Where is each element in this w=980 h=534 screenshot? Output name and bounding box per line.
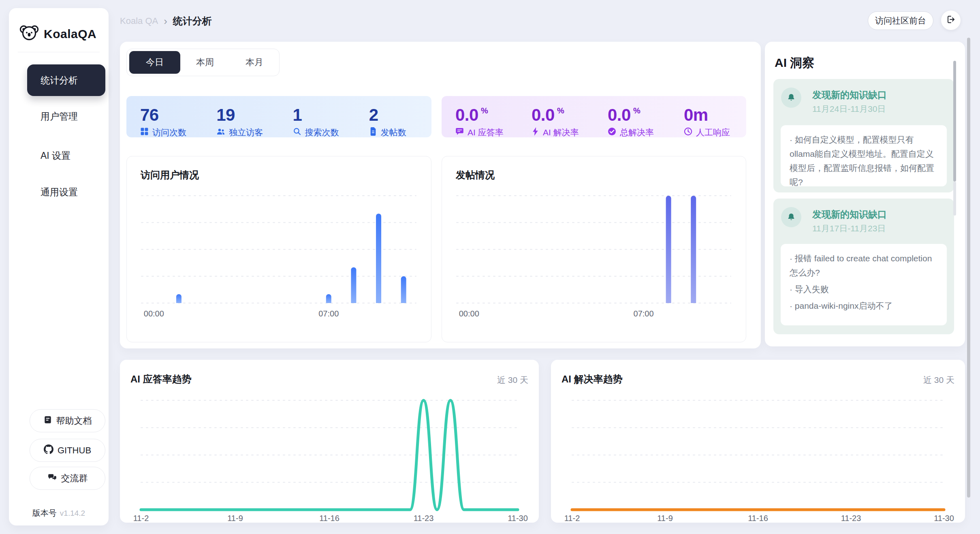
svg-text:11-23: 11-23 — [841, 514, 861, 523]
posts-bar-chart: 00:0007:00 — [442, 156, 745, 342]
svg-text:00:00: 00:00 — [459, 309, 479, 318]
sidebar-item-ai-settings[interactable]: AI 设置 — [27, 140, 105, 171]
breadcrumb-current: 统计分析 — [173, 15, 212, 28]
insight-card-body: · 如何自定义模型，配置模型只有ollama能自定义模型地址。配置自定义模型后，… — [781, 125, 947, 186]
sidebar-item-statistics[interactable]: 统计分析 — [27, 64, 105, 96]
users-icon — [216, 127, 225, 138]
ai-answer-trend-card: AI 应答率趋势 近 30 天 11-211-911-1611-2311-30 — [120, 360, 539, 523]
insight-card: 发现新的知识缺口 11月17日-11月23日 · 报错 failed to cr… — [773, 199, 954, 334]
version-row: 版本号v1.14.2 — [9, 508, 109, 519]
book-icon — [43, 415, 52, 427]
chevron-right-icon: › — [164, 17, 167, 26]
insight-card-title: 发现新的知识缺口 — [812, 89, 887, 101]
svg-text:07:00: 07:00 — [634, 309, 654, 318]
posts-chart-card: 发帖情况 00:0007:00 — [442, 156, 746, 342]
check-circle-icon — [608, 127, 616, 138]
visits-chart-card: 访问用户情况 00:0007:00 — [126, 156, 431, 342]
stat-ai-answer-rate: 0.0% AI 应答率 — [442, 96, 518, 137]
insights-scrollbar-track[interactable] — [953, 182, 956, 216]
clock-icon — [684, 127, 692, 138]
svg-text:07:00: 07:00 — [318, 309, 339, 318]
stat-total-solve-rate: 0.0% 总解决率 — [594, 96, 670, 137]
ai-insights-panel: AI 洞察 发现新的知识缺口 11月24日-11月30日 · 如何自定义模型，配… — [765, 42, 965, 346]
svg-text:00:00: 00:00 — [144, 309, 164, 318]
insights-title: AI 洞察 — [775, 55, 814, 71]
chat-bubbles-icon — [47, 472, 57, 485]
breadcrumb-root[interactable]: Koala QA — [120, 16, 158, 26]
svg-text:11-30: 11-30 — [934, 514, 954, 523]
traffic-stats-group: 76 访问次数 19 独立访客 1 搜索次数 — [126, 96, 431, 137]
svg-text:11-9: 11-9 — [657, 514, 673, 523]
tab-this-month[interactable]: 本月 — [230, 51, 279, 74]
logo-text: KoalaQA — [44, 27, 96, 41]
insight-card-date: 11月24日-11月30日 — [812, 103, 886, 115]
sidebar-item-users[interactable]: 用户管理 — [27, 100, 105, 132]
svg-text:11-9: 11-9 — [227, 514, 243, 523]
svg-text:11-23: 11-23 — [414, 514, 434, 523]
github-button[interactable]: GITHUB — [30, 439, 105, 462]
bell-icon — [781, 88, 801, 108]
koala-logo-icon — [19, 23, 39, 45]
chat-icon — [455, 127, 464, 138]
insight-card-body: · 报错 failed to create chat completion 怎么… — [781, 244, 947, 325]
page: KoalaQA 统计分析 用户管理 AI 设置 通用设置 帮助文档 GITHUB — [0, 0, 980, 534]
stat-ai-solve-rate: 0.0% AI 解决率 — [518, 96, 594, 137]
search-icon — [293, 127, 301, 138]
stat-searches: 1 搜索次数 — [279, 96, 355, 137]
svg-text:11-2: 11-2 — [564, 514, 580, 523]
github-icon — [44, 444, 53, 457]
help-docs-button[interactable]: 帮助文档 — [30, 409, 105, 432]
visits-bar-chart: 00:0007:00 — [127, 156, 431, 342]
svg-text:11-30: 11-30 — [508, 514, 528, 523]
ai-solve-trend-card: AI 解决率趋势 近 30 天 11-211-911-1611-2311-30 — [551, 360, 965, 523]
community-chat-button[interactable]: 交流群 — [30, 467, 105, 490]
ai-answer-trend-chart: 11-211-911-1611-2311-30 — [120, 360, 539, 523]
logout-icon — [946, 15, 956, 26]
insight-card-title: 发现新的知识缺口 — [812, 208, 887, 221]
breadcrumb: Koala QA › 统计分析 — [120, 15, 212, 28]
tab-this-week[interactable]: 本周 — [180, 51, 230, 74]
tab-today[interactable]: 今日 — [129, 51, 180, 74]
page-scrollbar[interactable] — [967, 38, 970, 498]
svg-text:11-16: 11-16 — [319, 514, 339, 523]
insight-card: 发现新的知识缺口 11月24日-11月30日 · 如何自定义模型，配置模型只有o… — [773, 79, 954, 192]
logo: KoalaQA — [19, 23, 96, 45]
stats-panel: 今日 本周 本月 76 访问次数 19 独立访客 1 — [120, 42, 761, 348]
stat-unique-visitors: 19 独立访客 — [203, 96, 279, 137]
stat-posts: 2 发帖数 — [355, 96, 431, 137]
logout-button[interactable] — [941, 11, 961, 30]
bolt-icon — [532, 127, 539, 138]
document-icon — [369, 127, 377, 138]
sidebar: KoalaQA 统计分析 用户管理 AI 设置 通用设置 帮助文档 GITHUB — [9, 8, 109, 525]
ai-solve-trend-chart: 11-211-911-1611-2311-30 — [551, 360, 965, 523]
visit-community-button[interactable]: 访问社区前台 — [868, 11, 933, 30]
sidebar-divider — [18, 52, 100, 52]
version-value: v1.14.2 — [60, 509, 85, 517]
stat-human-response: 0m 人工响应 — [670, 96, 746, 137]
svg-text:11-16: 11-16 — [748, 514, 768, 523]
grid-icon — [140, 127, 149, 138]
period-tabbar: 今日 本周 本月 — [126, 49, 280, 76]
bell-icon — [781, 207, 801, 227]
insights-scrollbar-thumb[interactable] — [953, 61, 956, 182]
insight-card-date: 11月17日-11月23日 — [812, 223, 886, 234]
version-label: 版本号 — [32, 508, 57, 517]
stat-visits: 76 访问次数 — [126, 96, 203, 137]
svg-text:11-2: 11-2 — [133, 514, 149, 523]
sidebar-item-general-settings[interactable]: 通用设置 — [27, 176, 105, 208]
ai-stats-group: 0.0% AI 应答率 0.0% AI 解决率 0.0% 总解决率 — [442, 96, 746, 137]
